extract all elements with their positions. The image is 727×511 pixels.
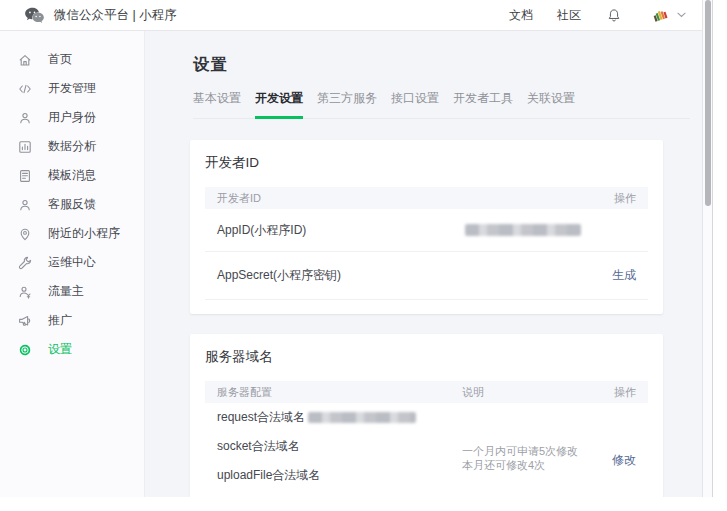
socket-domain-row: socket合法域名: [217, 432, 462, 461]
sidebar-item-label: 开发管理: [48, 80, 96, 97]
sidebar-item-label: 用户身份: [48, 109, 96, 126]
server-domain-card-title: 服务器域名: [205, 348, 648, 366]
domain-label-column: request合法域名 socket合法域名 uploadFile合法域名 do…: [217, 403, 462, 497]
downloadfile-domain-label: downloadFile合法域名: [217, 496, 336, 497]
nav-community-link[interactable]: 社区: [557, 7, 581, 24]
page-title: 设置: [193, 55, 712, 76]
notification-bell-icon[interactable]: [607, 8, 621, 23]
megaphone-icon: [18, 314, 32, 328]
nav-docs-link[interactable]: 文档: [509, 7, 533, 24]
sidebar-item-ops-center[interactable]: 运维中心: [0, 248, 144, 277]
uploadfile-domain-row: uploadFile合法域名: [217, 461, 462, 490]
col-server-config: 服务器配置: [217, 385, 462, 400]
domain-action-cell: 修改: [586, 403, 636, 497]
appid-value-redacted: [465, 224, 581, 236]
col-developer-id: 开发者ID: [217, 191, 462, 206]
template-icon: [18, 169, 32, 183]
tab-basic-settings[interactable]: 基本设置: [193, 90, 241, 118]
chevron-down-icon: [677, 12, 686, 18]
sidebar-item-template-msg[interactable]: 模板消息: [0, 161, 144, 190]
modify-quota-line2: 本月还可修改4次: [462, 458, 586, 472]
sidebar-item-support-feedback[interactable]: 客服反馈: [0, 190, 144, 219]
sidebar-item-label: 附近的小程序: [48, 225, 120, 242]
user-icon: [18, 111, 32, 125]
sidebar-item-analytics[interactable]: 数据分析: [0, 132, 144, 161]
uploadfile-domain-label: uploadFile合法域名: [217, 467, 320, 484]
server-domain-card: 服务器域名 服务器配置 说明 操作 request合法域名 socket合法域名: [190, 334, 663, 497]
developer-id-table-header: 开发者ID 操作: [205, 187, 648, 209]
server-domain-table-header: 服务器配置 说明 操作: [205, 381, 648, 403]
wrench-icon: [18, 256, 32, 270]
col-action: 操作: [586, 191, 636, 206]
gear-icon: [18, 343, 32, 357]
wechat-logo-icon: [24, 7, 45, 24]
sidebar-item-home[interactable]: 首页: [0, 45, 144, 74]
sidebar-item-traffic[interactable]: 流量主: [0, 277, 144, 306]
account-menu[interactable]: [651, 8, 686, 23]
location-icon: [18, 227, 32, 241]
sidebar: 首页 开发管理 用户身份 数据分析 模板消息 客服反馈: [0, 31, 145, 497]
tab-dev-tools[interactable]: 开发者工具: [453, 90, 513, 118]
top-header: 微信公众平台 | 小程序 文档 社区: [0, 0, 712, 31]
code-icon: [18, 82, 32, 96]
modify-quota-note: 一个月内可申请5次修改 本月还可修改4次: [462, 403, 586, 497]
sidebar-item-promotion[interactable]: 推广: [0, 306, 144, 335]
sidebar-item-label: 推广: [48, 312, 72, 329]
settings-tabs: 基本设置 开发设置 第三方服务 接口设置 开发者工具 关联设置: [193, 90, 690, 119]
request-domain-row: request合法域名: [217, 403, 462, 432]
socket-domain-label: socket合法域名: [217, 438, 300, 455]
downloadfile-domain-row: downloadFile合法域名: [217, 490, 462, 497]
tab-dev-settings[interactable]: 开发设置: [255, 90, 303, 119]
monetize-icon: [18, 285, 32, 299]
scrollbar-thumb[interactable]: [705, 0, 711, 206]
appsecret-label: AppSecret(小程序密钥): [217, 267, 462, 284]
sidebar-item-label: 首页: [48, 51, 72, 68]
sidebar-item-label: 客服反馈: [48, 196, 96, 213]
app-window: 微信公众平台 | 小程序 文档 社区: [0, 0, 713, 497]
appsecret-row: AppSecret(小程序密钥) 生成: [205, 252, 648, 300]
appid-row: AppID(小程序ID): [205, 209, 648, 252]
main-content: 设置 基本设置 开发设置 第三方服务 接口设置 开发者工具 关联设置 开发者ID…: [145, 31, 712, 497]
col-description: 说明: [462, 385, 586, 400]
modify-domains-link[interactable]: 修改: [612, 453, 636, 467]
request-domain-value-redacted: [308, 412, 416, 423]
sidebar-item-label: 流量主: [48, 283, 84, 300]
tab-related-settings[interactable]: 关联设置: [527, 90, 575, 118]
sidebar-item-label: 运维中心: [48, 254, 96, 271]
app-title: 微信公众平台 | 小程序: [54, 7, 177, 24]
support-icon: [18, 198, 32, 212]
sidebar-item-dev-manage[interactable]: 开发管理: [0, 74, 144, 103]
sidebar-item-settings[interactable]: 设置: [0, 335, 144, 364]
account-avatar: [651, 8, 669, 23]
sidebar-item-user-identity[interactable]: 用户身份: [0, 103, 144, 132]
developer-id-card-title: 开发者ID: [205, 154, 648, 172]
developer-id-card: 开发者ID 开发者ID 操作 AppID(小程序ID) AppSecret(小程…: [190, 140, 663, 314]
scrollbar-track[interactable]: [702, 0, 713, 497]
server-domain-table-body: request合法域名 socket合法域名 uploadFile合法域名 do…: [205, 403, 648, 497]
request-domain-label: request合法域名: [217, 409, 305, 426]
appid-label: AppID(小程序ID): [217, 222, 462, 239]
sidebar-item-nearby[interactable]: 附近的小程序: [0, 219, 144, 248]
generate-appsecret-link[interactable]: 生成: [612, 267, 636, 284]
sidebar-item-label: 数据分析: [48, 138, 96, 155]
col-action: 操作: [586, 385, 636, 400]
tab-third-party[interactable]: 第三方服务: [317, 90, 377, 118]
modify-quota-line1: 一个月内可申请5次修改: [462, 444, 586, 458]
sidebar-item-label: 设置: [48, 341, 72, 358]
chart-icon: [18, 140, 32, 154]
tab-api-settings[interactable]: 接口设置: [391, 90, 439, 118]
home-icon: [18, 53, 32, 67]
sidebar-item-label: 模板消息: [48, 167, 96, 184]
